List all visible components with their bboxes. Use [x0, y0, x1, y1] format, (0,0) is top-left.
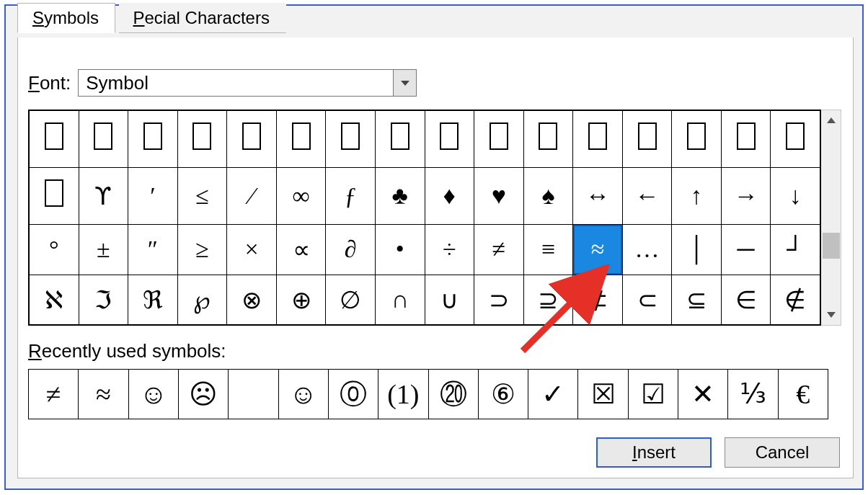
symbol-cell[interactable]	[425, 111, 474, 168]
recent-symbol-cell[interactable]: ☺	[129, 370, 179, 419]
symbol-cell[interactable]: ℘	[177, 275, 227, 324]
symbol-cell[interactable]: ∈	[721, 275, 771, 324]
insert-button[interactable]: Insert	[596, 437, 712, 468]
symbol-cell[interactable]: ∝	[276, 225, 326, 275]
symbol-cell[interactable]: ∞	[276, 168, 326, 225]
tab-bar: Symbols Pecial Characters	[17, 3, 286, 33]
placeholder-glyph-icon	[242, 122, 261, 150]
recent-symbol-cell[interactable]: ⑳	[429, 370, 479, 419]
font-select[interactable]: Symbol	[78, 69, 417, 97]
symbol-cell[interactable]: ⁄	[227, 168, 277, 225]
recent-symbol-cell[interactable]: ☺	[279, 370, 329, 419]
symbol-cell[interactable]	[573, 111, 623, 168]
symbol-cell[interactable]: ─	[721, 225, 771, 275]
scrollbar-thumb[interactable]	[823, 233, 840, 259]
symbol-cell[interactable]	[375, 111, 425, 168]
font-dropdown-button[interactable]	[393, 70, 416, 96]
symbol-cell[interactable]: ⊗	[227, 275, 277, 324]
symbol-cell[interactable]: ≈	[573, 225, 623, 275]
symbol-cell[interactable]	[79, 111, 128, 168]
symbol-cell[interactable]: ↑	[672, 168, 722, 225]
symbol-cell[interactable]: ⊃	[474, 275, 524, 324]
recent-symbol-cell[interactable]: ⅓	[728, 370, 778, 419]
scroll-down-button[interactable]	[821, 305, 841, 325]
recent-symbol-cell[interactable]	[229, 370, 278, 419]
recent-symbol-cell[interactable]: ≈	[79, 370, 128, 419]
recent-symbol-cell[interactable]: ⑥	[479, 370, 528, 419]
placeholder-glyph-icon	[638, 122, 657, 150]
symbol-cell[interactable]: ≠	[474, 225, 524, 275]
symbol-cell[interactable]: ≤	[177, 168, 227, 225]
font-label: Font:	[28, 72, 71, 94]
symbol-cell[interactable]	[30, 168, 79, 225]
symbol-cell[interactable]	[771, 111, 820, 168]
symbol-cell[interactable]: ♦	[425, 168, 474, 225]
symbol-cell[interactable]: ℑ	[79, 275, 128, 324]
symbol-cell[interactable]: ∂	[326, 225, 376, 275]
cancel-button[interactable]: Cancel	[725, 437, 840, 468]
symbol-cell[interactable]: ″	[128, 225, 178, 275]
scroll-up-button[interactable]	[821, 110, 841, 130]
symbol-cell[interactable]: •	[375, 225, 425, 275]
symbol-cell[interactable]: ∅	[326, 275, 376, 324]
symbol-cell[interactable]	[227, 111, 277, 168]
symbol-cell[interactable]: ≥	[177, 225, 227, 275]
scrollbar[interactable]	[821, 110, 841, 326]
symbol-cell[interactable]: ⊕	[276, 275, 326, 324]
recent-symbol-cell[interactable]: ⓪	[329, 370, 378, 419]
recent-symbol-cell[interactable]: ☹	[179, 370, 229, 419]
symbol-cell[interactable]: ∩	[375, 275, 425, 324]
symbol-cell[interactable]: ∉	[771, 275, 820, 324]
symbol-cell[interactable]: ↓	[771, 168, 820, 225]
symbol-cell[interactable]: ⊄	[573, 275, 623, 324]
symbol-cell[interactable]	[177, 111, 227, 168]
symbol-cell[interactable]	[523, 111, 573, 168]
symbol-grid[interactable]: ϒ′≤⁄∞ƒ♣♦♥♠↔←↑→↓°±″≥×∝∂•÷≠≡≈…│─┘ℵℑℜ℘⊗⊕∅∩∪…	[28, 110, 821, 326]
symbol-cell[interactable]: ⊇	[523, 275, 573, 324]
symbol-cell[interactable]: ♥	[474, 168, 524, 225]
recently-used-label: Recently used symbols:	[28, 340, 226, 362]
recent-symbol-cell[interactable]: ☒	[578, 370, 628, 419]
symbol-cell[interactable]: ℵ	[30, 275, 79, 324]
symbol-cell[interactable]	[622, 111, 672, 168]
symbol-cell[interactable]: ♣	[375, 168, 425, 225]
symbol-cell[interactable]: ƒ	[326, 168, 376, 225]
symbol-cell[interactable]: ÷	[425, 225, 474, 275]
symbol-cell[interactable]: →	[721, 168, 771, 225]
recent-symbol-cell[interactable]: (1)	[378, 370, 428, 419]
recent-symbol-cell[interactable]: ≠	[29, 370, 79, 419]
recent-symbol-cell[interactable]: €	[779, 370, 828, 419]
symbol-cell[interactable]: ⊆	[672, 275, 722, 324]
symbol-cell[interactable]: ♠	[523, 168, 573, 225]
symbol-cell[interactable]: ↔	[573, 168, 623, 225]
symbol-cell[interactable]	[474, 111, 524, 168]
symbol-cell[interactable]: ≡	[523, 225, 573, 275]
triangle-down-icon	[827, 312, 836, 318]
recent-symbol-cell[interactable]: ✕	[678, 370, 728, 419]
triangle-up-icon	[827, 117, 836, 123]
symbol-cell[interactable]: …	[622, 225, 672, 275]
symbol-cell[interactable]: ′	[128, 168, 178, 225]
symbol-cell[interactable]: ⊂	[622, 275, 672, 324]
recent-symbol-cell[interactable]: ✓	[528, 370, 578, 419]
symbol-cell[interactable]: ℜ	[128, 275, 178, 324]
recent-symbol-cell[interactable]: ☑	[629, 370, 678, 419]
symbol-cell[interactable]: ┘	[771, 225, 820, 275]
tab-special-characters[interactable]: Pecial Characters	[119, 3, 286, 33]
symbol-cell[interactable]	[721, 111, 771, 168]
symbol-cell[interactable]: │	[672, 225, 722, 275]
tab-symbols[interactable]: Symbols	[17, 3, 115, 33]
placeholder-glyph-icon	[490, 122, 508, 150]
symbol-cell[interactable]: °	[30, 225, 79, 275]
symbol-cell[interactable]	[276, 111, 326, 168]
symbol-cell[interactable]: ∪	[425, 275, 474, 324]
symbol-cell[interactable]	[128, 111, 178, 168]
symbol-cell[interactable]: ←	[622, 168, 672, 225]
symbol-cell[interactable]	[326, 111, 376, 168]
placeholder-glyph-icon	[143, 122, 162, 150]
symbol-cell[interactable]: ϒ	[79, 168, 128, 225]
symbol-cell[interactable]	[30, 111, 79, 168]
symbol-cell[interactable]: ×	[227, 225, 277, 275]
symbol-cell[interactable]: ±	[79, 225, 128, 275]
symbol-cell[interactable]	[672, 111, 722, 168]
